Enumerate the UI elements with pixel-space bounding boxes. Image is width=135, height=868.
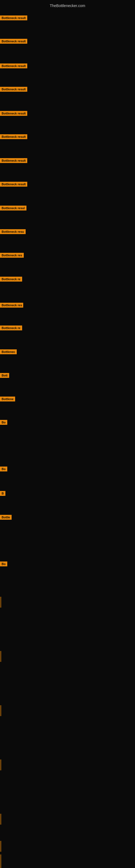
bottleneck-result-badge: Bottleneck result xyxy=(0,111,27,116)
bottleneck-result-badge: Bottleneck result xyxy=(0,134,27,139)
bottleneck-result-badge: Bo xyxy=(0,420,7,425)
bottleneck-result-badge: Bottleneck result xyxy=(0,158,27,163)
bottleneck-result-badge: Bo xyxy=(0,561,7,566)
bottleneck-result-badge: Bottlene xyxy=(0,397,15,401)
bottleneck-result-badge: Bottleneck resul xyxy=(0,206,27,211)
bottleneck-result-badge: Bottle xyxy=(0,515,12,520)
bottleneck-result-badge: Bottleneck result xyxy=(0,182,27,187)
chart-tick xyxy=(1,705,1,716)
chart-tick xyxy=(1,814,1,825)
bottleneck-result-badge: Bottleneck re xyxy=(0,277,22,282)
chart-tick xyxy=(1,651,1,662)
bottleneck-result-badge: Bottleneck resu xyxy=(0,229,26,234)
bottleneck-result-badge: Bottlenec xyxy=(0,349,17,354)
chart-tick xyxy=(1,597,1,608)
chart-tick xyxy=(1,760,1,770)
bottleneck-result-badge: Bottleneck result xyxy=(0,16,27,20)
bottleneck-result-badge: Bottleneck result xyxy=(0,63,27,68)
bottleneck-result-badge: Bottleneck re xyxy=(0,326,22,330)
bottleneck-result-badge: Bottleneck res xyxy=(0,303,23,308)
bottleneck-result-badge: Bottleneck result xyxy=(0,39,27,44)
bottleneck-result-badge: Bottleneck res xyxy=(0,253,24,258)
bottleneck-result-badge: Bo xyxy=(0,467,7,471)
bottleneck-result-badge: Bott xyxy=(0,373,9,378)
bottleneck-result-badge: B xyxy=(0,491,5,496)
bottleneck-result-badge: Bottleneck result xyxy=(0,87,27,92)
chart-tick xyxy=(1,863,1,868)
chart-tick xyxy=(1,841,1,852)
